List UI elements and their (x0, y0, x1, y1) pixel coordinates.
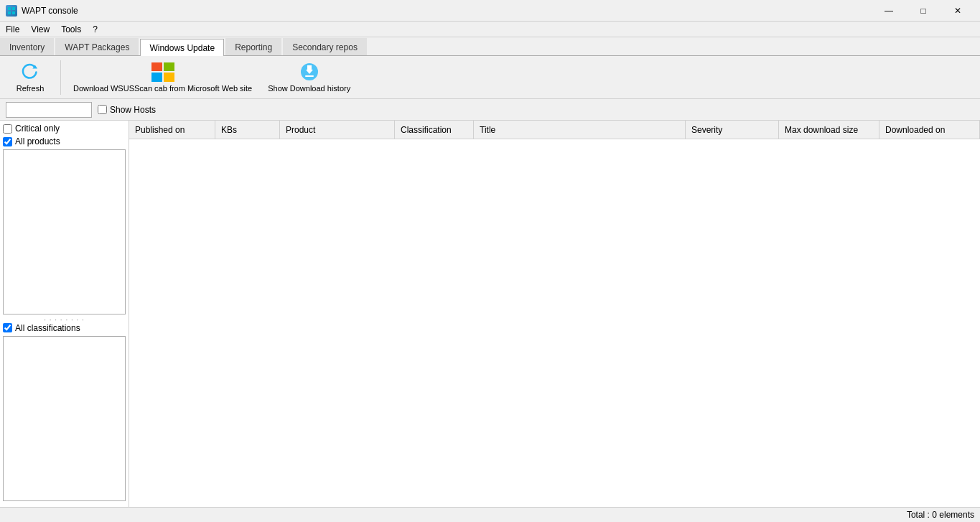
table-body (129, 139, 980, 507)
col-product[interactable]: Product (280, 121, 395, 139)
maximize-button[interactable]: □ (907, 0, 940, 22)
menu-bar: File View Tools ? (0, 22, 980, 37)
app-title: WAPT console (22, 6, 78, 16)
search-input[interactable] (6, 102, 92, 118)
all-classifications-checkbox-label[interactable]: All classifications (3, 323, 126, 333)
critical-only-checkbox[interactable] (3, 124, 12, 134)
close-button[interactable]: ✕ (941, 0, 974, 22)
main-area: Critical only All products · · · · · · ·… (0, 121, 980, 507)
col-max-download-size[interactable]: Max download size (779, 121, 879, 139)
table-header: Published on KBs Product Classification … (129, 121, 980, 139)
show-hosts-label: Show Hosts (110, 105, 156, 115)
menu-help[interactable]: ? (87, 22, 103, 37)
download-wsus-label: Download WSUSScan cab from Microsoft Web… (73, 84, 252, 93)
download-wsus-button[interactable]: Download WSUSScan cab from Microsoft Web… (67, 59, 258, 96)
filter-bar: Show Hosts (0, 99, 980, 121)
tab-reporting[interactable]: Reporting (225, 38, 281, 55)
all-classifications-checkbox[interactable] (3, 323, 12, 332)
minimize-button[interactable]: — (872, 0, 905, 22)
toolbar-separator-1 (60, 60, 61, 95)
menu-file[interactable]: File (0, 22, 25, 37)
tab-wapt-packages[interactable]: WAPT Packages (55, 38, 139, 55)
download-icon (298, 62, 321, 82)
critical-only-label: Critical only (15, 123, 60, 134)
tab-bar: Inventory WAPT Packages Windows Update R… (0, 37, 980, 56)
col-severity[interactable]: Severity (686, 121, 779, 139)
products-list[interactable] (3, 149, 126, 314)
all-products-checkbox[interactable] (3, 137, 12, 146)
critical-only-checkbox-label[interactable]: Critical only (3, 123, 126, 134)
refresh-button[interactable]: Refresh (6, 59, 55, 96)
col-title[interactable]: Title (474, 121, 686, 139)
left-panel: Critical only All products · · · · · · ·… (0, 121, 129, 507)
tab-windows-update[interactable]: Windows Update (140, 39, 224, 56)
show-hosts-checkbox-label[interactable]: Show Hosts (98, 105, 156, 115)
all-products-checkbox-label[interactable]: All products (3, 136, 126, 146)
title-bar: WAPT console — □ ✕ (0, 0, 980, 22)
window-controls: — □ ✕ (872, 0, 974, 22)
all-products-label: All products (15, 136, 60, 146)
content-wrapper: Show Hosts Critical only All products · … (0, 99, 980, 522)
svg-rect-8 (305, 75, 314, 77)
show-download-history-button[interactable]: Show Download history (261, 59, 357, 96)
refresh-label: Refresh (17, 84, 45, 93)
svg-rect-7 (307, 65, 312, 71)
col-downloaded-on[interactable]: Downloaded on (879, 121, 980, 139)
windows-logo-icon (151, 62, 174, 82)
tab-inventory[interactable]: Inventory (0, 38, 54, 55)
col-kbs[interactable]: KBs (215, 121, 280, 139)
total-elements-label: Total : 0 elements (907, 510, 974, 520)
all-classifications-label: All classifications (15, 323, 80, 333)
col-published-on[interactable]: Published on (129, 121, 215, 139)
status-bar: Total : 0 elements (0, 507, 980, 522)
panel-divider: · · · · · · · · (3, 317, 126, 323)
show-history-label: Show Download history (268, 84, 350, 93)
app-icon (6, 5, 17, 17)
right-panel: Published on KBs Product Classification … (129, 121, 980, 507)
classifications-list[interactable] (3, 336, 126, 501)
refresh-icon (19, 62, 42, 82)
toolbar: Refresh Download WSUSScan cab from Micro… (0, 56, 980, 99)
svg-rect-3 (12, 11, 15, 14)
svg-rect-0 (8, 7, 11, 10)
tab-secondary-repos[interactable]: Secondary repos (283, 38, 367, 55)
svg-rect-2 (8, 11, 11, 14)
menu-view[interactable]: View (25, 22, 55, 37)
menu-tools[interactable]: Tools (55, 22, 87, 37)
show-hosts-checkbox[interactable] (98, 105, 107, 114)
col-classification[interactable]: Classification (395, 121, 474, 139)
svg-rect-1 (12, 7, 15, 10)
